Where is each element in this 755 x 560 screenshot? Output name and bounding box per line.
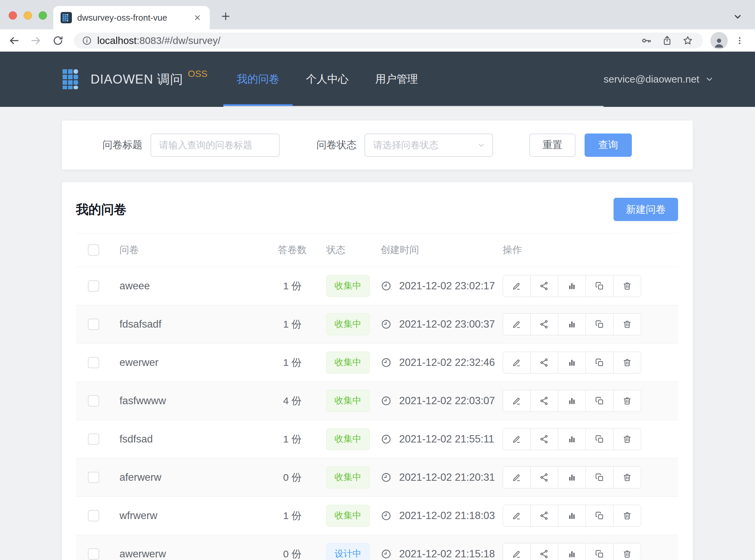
copy-button[interactable]	[586, 313, 613, 335]
share-button[interactable]	[530, 428, 558, 450]
share-button[interactable]	[530, 505, 558, 527]
row-checkbox[interactable]	[88, 319, 99, 330]
back-button[interactable]	[5, 32, 23, 49]
bar-chart-icon	[567, 473, 577, 482]
clock-icon	[381, 472, 392, 483]
edit-button[interactable]	[503, 352, 531, 374]
delete-button[interactable]	[613, 352, 641, 374]
survey-status-select[interactable]: 请选择问卷状态	[365, 134, 493, 157]
forward-button[interactable]	[27, 32, 45, 49]
copy-button[interactable]	[586, 505, 613, 527]
edit-button[interactable]	[503, 313, 531, 335]
table-row: aweee 1 份 收集中 2021-12-02 23:02:17	[76, 267, 678, 305]
nav-item-personal-center[interactable]: 个人中心	[292, 52, 362, 107]
row-checkbox[interactable]	[88, 395, 99, 406]
row-checkbox[interactable]	[88, 434, 99, 445]
window-controls	[9, 11, 47, 20]
survey-title: fasfwwww	[106, 395, 262, 407]
copy-icon	[595, 549, 605, 559]
survey-title: ewerwer	[106, 357, 262, 368]
row-checkbox[interactable]	[88, 548, 99, 560]
survey-title-label: 问卷标题	[103, 138, 142, 152]
brand[interactable]: DIAOWEN 调问 OSS	[62, 52, 207, 107]
survey-title-input[interactable]	[150, 134, 280, 157]
edit-button[interactable]	[503, 428, 531, 450]
bar-chart-icon	[567, 434, 577, 444]
delete-button[interactable]	[613, 505, 641, 527]
nav-item-my-surveys[interactable]: 我的问卷	[223, 52, 292, 107]
select-all-checkbox[interactable]	[88, 244, 99, 256]
user-menu[interactable]: service@diaowen.net	[604, 52, 714, 107]
status-badge: 收集中	[326, 352, 370, 374]
edit-button[interactable]	[503, 390, 531, 412]
statistics-button[interactable]	[558, 275, 586, 297]
nav-item-user-management[interactable]: 用户管理	[362, 52, 431, 107]
share-page-icon[interactable]	[660, 33, 674, 48]
browser-profile-avatar[interactable]	[710, 32, 728, 49]
trash-icon	[622, 549, 632, 559]
delete-button[interactable]	[613, 275, 641, 297]
edit-button[interactable]	[503, 505, 531, 527]
row-checkbox[interactable]	[88, 280, 99, 292]
share-button[interactable]	[530, 466, 558, 488]
search-button[interactable]: 查询	[585, 134, 632, 157]
edit-button[interactable]	[503, 543, 531, 560]
delete-button[interactable]	[613, 390, 641, 412]
copy-button[interactable]	[586, 543, 613, 560]
list-title-row: 我的问卷 新建问卷	[76, 182, 678, 221]
share-button[interactable]	[530, 543, 558, 560]
share-button[interactable]	[530, 352, 558, 374]
edit-pencil-icon	[512, 319, 522, 329]
diaowen-logo-icon	[62, 68, 83, 90]
edit-button[interactable]	[503, 466, 531, 488]
url-field[interactable]: localhost:8083/#/dw/survey/	[74, 33, 703, 48]
edit-button[interactable]	[503, 275, 531, 297]
copy-button[interactable]	[586, 390, 613, 412]
delete-button[interactable]	[613, 543, 641, 560]
reload-button[interactable]	[49, 32, 66, 49]
statistics-button[interactable]	[558, 352, 586, 374]
brand-badge: OSS	[188, 68, 207, 79]
statistics-button[interactable]	[558, 466, 586, 488]
minimize-window-button[interactable]	[24, 11, 32, 20]
browser-menu-icon[interactable]	[732, 33, 747, 48]
bookmark-star-icon[interactable]	[680, 33, 695, 48]
delete-button[interactable]	[613, 466, 641, 488]
trash-icon	[622, 473, 632, 482]
row-actions	[503, 466, 678, 488]
close-window-button[interactable]	[9, 11, 17, 20]
row-actions	[503, 428, 678, 450]
table-row: awerwerw 0 份 设计中 2021-12-02 21:15:18	[76, 535, 678, 560]
share-icon	[539, 319, 549, 329]
edit-pencil-icon	[512, 549, 522, 559]
browser-tab[interactable]: dwsurvey-oss-front-vue	[53, 6, 210, 29]
statistics-button[interactable]	[558, 390, 586, 412]
new-tab-button[interactable]	[218, 9, 233, 24]
statistics-button[interactable]	[558, 313, 586, 335]
column-header-responses: 答卷数	[262, 243, 322, 257]
tab-search-chevron-icon[interactable]	[730, 9, 745, 24]
statistics-button[interactable]	[558, 428, 586, 450]
share-button[interactable]	[530, 390, 558, 412]
row-checkbox[interactable]	[88, 472, 99, 483]
copy-button[interactable]	[586, 352, 613, 374]
bar-chart-icon	[567, 358, 577, 367]
row-checkbox[interactable]	[88, 357, 99, 368]
row-checkbox[interactable]	[88, 510, 99, 521]
share-button[interactable]	[530, 275, 558, 297]
statistics-button[interactable]	[558, 543, 586, 560]
statistics-button[interactable]	[558, 505, 586, 527]
created-time: 2021-12-02 23:02:17	[399, 280, 495, 292]
copy-button[interactable]	[586, 466, 613, 488]
copy-button[interactable]	[586, 275, 613, 297]
site-info-icon[interactable]	[82, 36, 92, 46]
share-button[interactable]	[530, 313, 558, 335]
tab-close-icon[interactable]	[192, 13, 202, 23]
password-key-icon[interactable]	[639, 33, 654, 48]
delete-button[interactable]	[613, 313, 641, 335]
copy-button[interactable]	[586, 428, 613, 450]
reset-button[interactable]: 重置	[529, 134, 576, 157]
delete-button[interactable]	[613, 428, 641, 450]
zoom-window-button[interactable]	[39, 11, 47, 20]
create-survey-button[interactable]: 新建问卷	[613, 198, 678, 221]
